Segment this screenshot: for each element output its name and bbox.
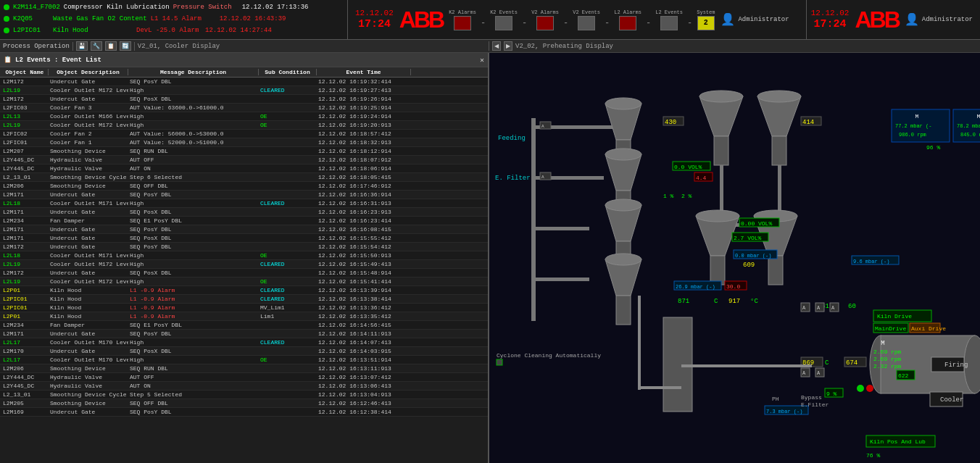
table-row[interactable]: L2L17 Cooler Outlet M170 Level High CLEA… bbox=[0, 338, 488, 347]
table-row[interactable]: L2M169 Undercut Gate SEQ PosY DBL 12.12.… bbox=[0, 408, 488, 417]
alarm-group-k2alarms[interactable]: K2 Alarms bbox=[449, 9, 476, 30]
cell-obj-name: L2M171 bbox=[1, 330, 49, 337]
panel-title: L2 Events : Event List bbox=[15, 57, 101, 64]
cell-sub-cond bbox=[259, 157, 317, 163]
alarm-group-k2events[interactable]: K2 Events bbox=[490, 9, 518, 30]
table-row[interactable]: L2M172 Undercut Gate SEQ PosY DBL 12.12.… bbox=[0, 78, 488, 86]
event-rows[interactable]: L2M172 Undercut Gate SEQ PosY DBL 12.12.… bbox=[0, 78, 488, 417]
cell-obj-name: L2_13_01 bbox=[1, 174, 49, 180]
table-row[interactable]: L2L19 Cooler Outlet M172 Level High OE 1… bbox=[0, 121, 488, 130]
panel-close-btn[interactable]: ✕ bbox=[480, 56, 484, 64]
toolbar-btn-config[interactable]: 🔧 bbox=[91, 41, 102, 51]
table-row[interactable]: L2Y444_DC Hydraulic Valve AUT OFF 12.12.… bbox=[0, 373, 488, 382]
table-row[interactable]: L2M171 Undercut Gate SEQ PosX DBL 12.12.… bbox=[0, 208, 488, 217]
cell-evt-time: 12.12.02 16:17:46:912 bbox=[317, 183, 411, 189]
table-row[interactable]: L2L19 Cooler Outlet M172 Level High CLEA… bbox=[0, 86, 488, 95]
table-row[interactable]: L2M171 Undercut Gate SEQ PosX DBL 12.12.… bbox=[0, 234, 488, 243]
table-row[interactable]: L2FIC03 Cooler Fan 3 AUT Value: 63600.0-… bbox=[0, 104, 488, 112]
table-row[interactable]: L2M172 Undercut Gate SEQ PosY DBL 12.12.… bbox=[0, 243, 488, 251]
table-row[interactable]: L2M171 Undercut Gate SEQ PosY DBL 12.12.… bbox=[0, 225, 488, 234]
toolbar-btn-save[interactable]: 💾 bbox=[76, 41, 88, 51]
table-row[interactable]: L2PIC01 Kiln Hood L1 -0.9 Alarm MV_Lim1 … bbox=[0, 304, 488, 312]
cell-obj-desc: Undercut Gate bbox=[49, 243, 128, 250]
table-row[interactable]: L2Y445_DC Hydraulic Valve AUT ON 12.12.0… bbox=[0, 382, 488, 391]
table-row[interactable]: L2L17 Cooler Outlet M170 Level High OE 1… bbox=[0, 356, 488, 364]
cell-obj-name: L2M171 bbox=[1, 226, 49, 233]
cell-sub-cond: Lim1 bbox=[259, 313, 317, 320]
cell-sub-cond: CLEARED bbox=[259, 287, 317, 293]
cell-obj-name: L2M171 bbox=[1, 209, 49, 215]
cell-obj-name: L2PIC01 bbox=[1, 296, 49, 302]
cell-obj-desc: Kiln Hood bbox=[49, 313, 128, 320]
cell-sub-cond bbox=[259, 383, 317, 389]
cell-obj-name: L2M234 bbox=[1, 217, 49, 224]
cell-obj-desc: Undercut Gate bbox=[49, 226, 128, 233]
cell-msg-desc: SEQ OFF DBL bbox=[128, 183, 259, 189]
cell-evt-time: 12.12.02 16:16:23:414 bbox=[317, 217, 411, 224]
table-row[interactable]: L2L19 Cooler Outlet M172 Level High OE 1… bbox=[0, 278, 488, 286]
cell-sub-cond: OE bbox=[259, 113, 317, 120]
table-row[interactable]: L2L18 Cooler Outlet M171 Level High CLEA… bbox=[0, 199, 488, 208]
svg-rect-28 bbox=[710, 256, 725, 285]
table-row[interactable]: L2P01 Kiln Hood L1 -0.9 Alarm Lim1 12.12… bbox=[0, 312, 488, 321]
table-row[interactable]: L2M205 Smoothing Device SEQ OFF DBL 12.1… bbox=[0, 399, 488, 408]
cell-sub-cond: MV_Lim1 bbox=[259, 304, 317, 311]
table-row[interactable]: L2Y445_DC Hydraulic Valve AUT ON 12.12.0… bbox=[0, 164, 488, 173]
table-row[interactable]: L2M206 Smoothing Device SEQ OFF DBL 12.1… bbox=[0, 182, 488, 191]
svg-text:76 %: 76 % bbox=[866, 452, 880, 459]
svg-point-121 bbox=[866, 385, 873, 392]
table-row[interactable]: L2M171 Undercut Gate SEQ PosY DBL 12.12.… bbox=[0, 191, 488, 199]
toolbar-btn-refresh[interactable]: 🔄 bbox=[120, 41, 131, 51]
col-obj-name: Object Name bbox=[1, 69, 49, 75]
alarm-group-l2events[interactable]: L2 Events bbox=[655, 9, 683, 30]
table-row[interactable]: L2M234 Fan Damper SEQ E1 PosY DBL 12.12.… bbox=[0, 217, 488, 225]
cell-msg-desc: AUT Value: 63600.0->61000.0 bbox=[128, 104, 259, 111]
alarm-group-v2events[interactable]: V2 Events bbox=[573, 9, 600, 30]
cell-obj-name: L2L19 bbox=[1, 278, 49, 285]
table-row[interactable]: L2M206 Smoothing Device SEQ RUN DBL 12.1… bbox=[0, 364, 488, 373]
cell-msg-desc: L1 -0.9 Alarm bbox=[128, 313, 259, 320]
cell-evt-time: 12.12.02 16:15:50:913 bbox=[317, 252, 411, 259]
table-row[interactable]: L2_13_01 Smoothing Device Cycle Step 6 S… bbox=[0, 173, 488, 182]
table-row[interactable]: L2M234 Fan Damper SEQ E1 PosY DBL 12.12.… bbox=[0, 321, 488, 330]
table-row[interactable]: L2L18 Cooler Outlet M171 Level High OE 1… bbox=[0, 251, 488, 260]
center-time: 17:24 bbox=[358, 19, 391, 30]
table-row[interactable]: L2L13 Cooler Outlet M166 Level High OE 1… bbox=[0, 112, 488, 121]
cell-obj-desc: Smoothing Device Cycle bbox=[49, 174, 128, 180]
table-row[interactable]: L2_13_01 Smoothing Device Cycle Step 5 S… bbox=[0, 391, 488, 399]
toolbar-btn-print[interactable]: 📋 bbox=[105, 41, 117, 51]
svg-text:60: 60 bbox=[848, 303, 856, 310]
alarm-group-l2alarms[interactable]: L2 Alarms bbox=[614, 9, 641, 30]
table-row[interactable]: L2FIC02 Cooler Fan 2 AUT Value: 56000.0-… bbox=[0, 130, 488, 138]
svg-rect-4 bbox=[531, 227, 589, 230]
table-row[interactable]: L2Y445_DC Hydraulic Valve AUT OFF 12.12.… bbox=[0, 156, 488, 164]
svg-point-17 bbox=[605, 254, 641, 265]
cell-obj-name: L2L19 bbox=[1, 261, 49, 267]
cell-obj-desc: Undercut Gate bbox=[49, 330, 128, 337]
alarm-group-system[interactable]: System 2 bbox=[697, 9, 715, 30]
cell-sub-cond: CLEARED bbox=[259, 87, 317, 93]
cell-msg-desc: SEQ PosX DBL bbox=[128, 270, 259, 276]
table-row[interactable]: L2P01 Kiln Hood L1 -0.9 Alarm CLEARED 12… bbox=[0, 286, 488, 295]
cell-obj-name: L2_13_01 bbox=[1, 391, 49, 398]
cell-evt-time: 12.12.02 16:19:32:414 bbox=[317, 78, 411, 85]
toolbar-btn-nav-back[interactable]: ◀ bbox=[492, 41, 501, 51]
table-row[interactable]: L2FIC01 Cooler Fan 1 AUT Value: 52000.0-… bbox=[0, 138, 488, 147]
cell-obj-name: L2Y445_DC bbox=[1, 165, 49, 172]
table-row[interactable]: L2M207 Smoothing Device SEQ RUN DBL 12.1… bbox=[0, 147, 488, 156]
table-row[interactable]: L2M171 Undercut Gate SEQ PosY DBL 12.12.… bbox=[0, 330, 488, 338]
table-row[interactable]: L2PIC01 Kiln Hood L1 -0.9 Alarm CLEARED … bbox=[0, 295, 488, 304]
cell-sub-cond bbox=[259, 226, 317, 233]
cell-evt-time: 12.12.02 16:13:36:412 bbox=[317, 304, 411, 311]
svg-text:674: 674 bbox=[846, 359, 858, 367]
toolbar-btn-nav-fwd[interactable]: ▶ bbox=[504, 41, 512, 51]
table-row[interactable]: L2M170 Undercut Gate SEQ PosX DBL 12.12.… bbox=[0, 347, 488, 356]
table-row[interactable]: L2M172 Undercut Gate SEQ PosX DBL 12.12.… bbox=[0, 269, 488, 278]
alarm-group-v2alarms[interactable]: V2 Alarms bbox=[531, 9, 559, 30]
alarm-type-3: DevL -25.0 Alarm bbox=[136, 27, 202, 34]
svg-text:2 %: 2 % bbox=[681, 193, 692, 199]
cell-msg-desc: SEQ PosX DBL bbox=[128, 96, 259, 102]
cell-msg-desc: SEQ PosX DBL bbox=[128, 235, 259, 241]
table-row[interactable]: L2M172 Undercut Gate SEQ PosX DBL 12.12.… bbox=[0, 95, 488, 104]
table-row[interactable]: L2L19 Cooler Outlet M172 Level High CLEA… bbox=[0, 260, 488, 269]
